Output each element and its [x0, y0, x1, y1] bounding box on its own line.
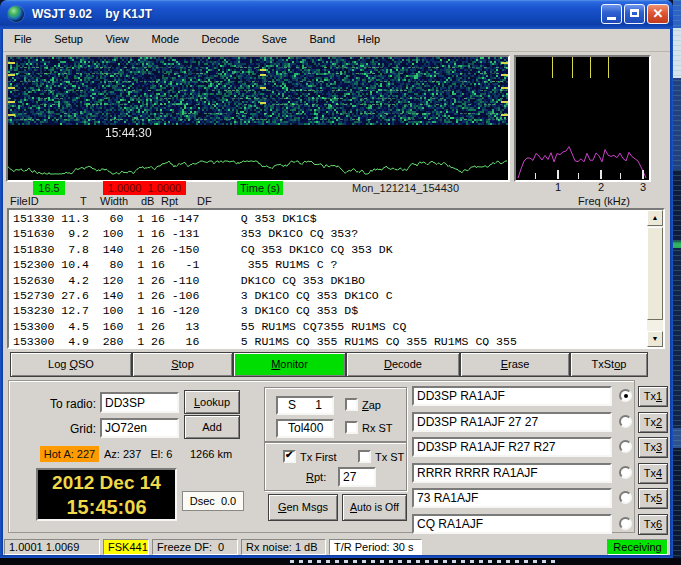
tx6-button[interactable]: Tx6 — [638, 514, 668, 535]
tx-message-3-radio[interactable] — [619, 440, 632, 453]
tx-message-2-input[interactable] — [412, 412, 612, 432]
tx-first-option[interactable]: Tx First — [283, 450, 337, 463]
tx-first-checkbox[interactable] — [283, 450, 296, 463]
menu-mode[interactable]: Mode — [143, 29, 189, 52]
maximize-button[interactable] — [624, 4, 645, 24]
menu-view[interactable]: View — [96, 29, 138, 52]
tx-message-6-radio[interactable] — [619, 517, 632, 530]
decode-row[interactable]: 151330 11.3 60 1 16 -147 Q 353 DK1C$ — [13, 211, 645, 226]
scrollbar-thumb[interactable] — [647, 227, 663, 320]
decode-button[interactable]: Decode — [346, 352, 460, 377]
log-qso-button[interactable]: Log QSO — [10, 352, 132, 377]
background-taskbar-strip — [0, 558, 681, 565]
zap-label: Zap — [362, 399, 381, 411]
decode-row[interactable]: 152630 4.2 120 1 26 -110 DK1CO CQ 353 DK… — [13, 273, 645, 288]
tx-message-1-radio[interactable] — [619, 389, 632, 402]
menu-save[interactable]: Save — [253, 29, 296, 52]
tx-message-2-radio[interactable] — [619, 415, 632, 428]
menu-file[interactable]: File — [5, 29, 41, 52]
grid-input[interactable] — [100, 418, 179, 438]
dsec-box[interactable]: Dsec 0.0 — [182, 491, 244, 511]
rx-st-checkbox[interactable] — [345, 421, 358, 434]
receiving-badge: Receiving — [607, 539, 668, 555]
az-el-label: Az: 237 El: 6 — [104, 448, 172, 460]
tx-message-4-input[interactable] — [412, 463, 612, 483]
to-radio-input[interactable] — [100, 392, 179, 413]
rx-st-option[interactable]: Rx ST — [345, 421, 393, 434]
s-label: S — [288, 398, 296, 413]
clock-time: 15:45:06 — [38, 495, 175, 519]
stop-button[interactable]: Stop — [132, 352, 233, 377]
auto-toggle-button[interactable]: Auto is Off — [342, 494, 407, 521]
tx-st-option[interactable]: Tx ST — [358, 450, 404, 463]
decode-row[interactable]: 153230 12.7 100 1 16 -120 3 DK1CO CQ 353… — [13, 303, 645, 318]
rpt-label: Rpt: — [306, 471, 326, 483]
decode-row[interactable]: 152730 27.6 140 1 26 -106 3 DK1CO CQ 353… — [13, 288, 645, 303]
col-rpt: Rpt — [161, 195, 178, 207]
tolerance-box[interactable]: Tol 400 — [276, 419, 334, 438]
txstop-button[interactable]: TxStop — [570, 352, 648, 377]
erase-button[interactable]: Erase — [460, 352, 570, 377]
col-t: T — [80, 195, 87, 207]
lookup-button[interactable]: Lookup — [184, 390, 240, 414]
scroll-up-icon[interactable]: ▲ — [647, 210, 663, 226]
tx-first-label: Tx First — [300, 451, 337, 463]
zap-checkbox[interactable] — [345, 398, 358, 411]
freq-tick-3: 3 — [638, 181, 648, 193]
tr-period-status: T/R Period: 30 s — [329, 539, 422, 555]
sync-threshold-box[interactable]: S 1 — [276, 396, 334, 415]
tx5-button[interactable]: Tx5 — [638, 488, 668, 509]
tx-st-label: Tx ST — [375, 451, 404, 463]
tx3-button[interactable]: Tx3 — [638, 437, 668, 458]
col-db: dB — [141, 195, 154, 207]
decode-scrollbar[interactable]: ▲ ▼ — [647, 210, 663, 347]
tx-message-4-radio[interactable] — [619, 466, 632, 479]
menu-setup[interactable]: Setup — [45, 29, 92, 52]
tol-value: 400 — [303, 421, 323, 436]
clock-date: 2012 Dec 14 — [38, 470, 175, 495]
tol-label: Tol — [288, 421, 303, 436]
rx-noise-status: Rx noise: 1 dB — [241, 539, 326, 555]
waterfall-clock-overlay: 15:44:30 — [105, 126, 152, 140]
file-name-label: Mon_121214_154430 — [352, 182, 459, 194]
tx-message-1-input[interactable] — [412, 386, 612, 406]
spectrum-canvas[interactable] — [516, 57, 649, 180]
gen-msgs-button[interactable]: Gen Msgs — [268, 494, 338, 521]
freeze-df-status: Freeze DF: 0 — [152, 539, 238, 555]
menu-help[interactable]: Help — [349, 29, 390, 52]
waterfall-canvas[interactable] — [8, 57, 508, 180]
scroll-down-icon[interactable]: ▼ — [647, 331, 663, 347]
app-globe-icon — [8, 6, 24, 22]
utc-clock: 2012 Dec 14 15:45:06 — [36, 468, 177, 521]
tx1-button[interactable]: Tx1 — [638, 386, 668, 407]
minimize-button[interactable] — [601, 4, 622, 24]
decode-row[interactable]: 153300 4.9 280 1 26 16 5 RU1MS CQ 355 RU… — [13, 334, 645, 346]
grid-label: Grid: — [36, 422, 96, 436]
tx2-button[interactable]: Tx2 — [638, 412, 668, 433]
decode-text-area[interactable]: 151330 11.3 60 1 16 -147 Q 353 DK1C$ 151… — [7, 208, 665, 349]
rpt-input[interactable] — [338, 467, 376, 487]
add-button[interactable]: Add — [184, 415, 240, 439]
tx4-button[interactable]: Tx4 — [638, 463, 668, 484]
tx-st-checkbox[interactable] — [358, 450, 371, 463]
mode-badge: FSK441 — [103, 539, 149, 555]
tx-message-3-input[interactable] — [412, 437, 612, 457]
title-bar[interactable]: WSJT 9.02 by K1JT ✕ — [0, 0, 673, 29]
menu-decode[interactable]: Decode — [192, 29, 248, 52]
decode-row[interactable]: 151630 9.2 100 1 16 -131 353 DK1CO CQ 35… — [13, 226, 645, 241]
waterfall-display[interactable] — [6, 55, 510, 182]
spectrum-display[interactable] — [514, 55, 651, 182]
tx-message-5-input[interactable] — [412, 488, 612, 508]
menu-band[interactable]: Band — [300, 29, 344, 52]
tx-message-5-radio[interactable] — [619, 491, 632, 504]
decode-row[interactable]: 152300 10.4 80 1 16 -1 355 RU1MS C ? — [13, 257, 645, 272]
hot-azimuth-badge: Hot A: 227 — [40, 446, 99, 462]
zap-option[interactable]: Zap — [345, 398, 381, 411]
tx-message-6-input[interactable] — [412, 514, 612, 534]
decode-row[interactable]: 153300 4.5 160 1 26 13 55 RU1MS CQ7355 R… — [13, 319, 645, 334]
decode-row[interactable]: 151830 7.8 140 1 26 -150 CQ 353 DK1CO CQ… — [13, 242, 645, 257]
col-width: Width — [100, 195, 128, 207]
close-button[interactable]: ✕ — [647, 4, 669, 24]
decode-lines: 151330 11.3 60 1 16 -147 Q 353 DK1C$ 151… — [9, 211, 645, 346]
monitor-button[interactable]: Monitor — [233, 352, 346, 377]
